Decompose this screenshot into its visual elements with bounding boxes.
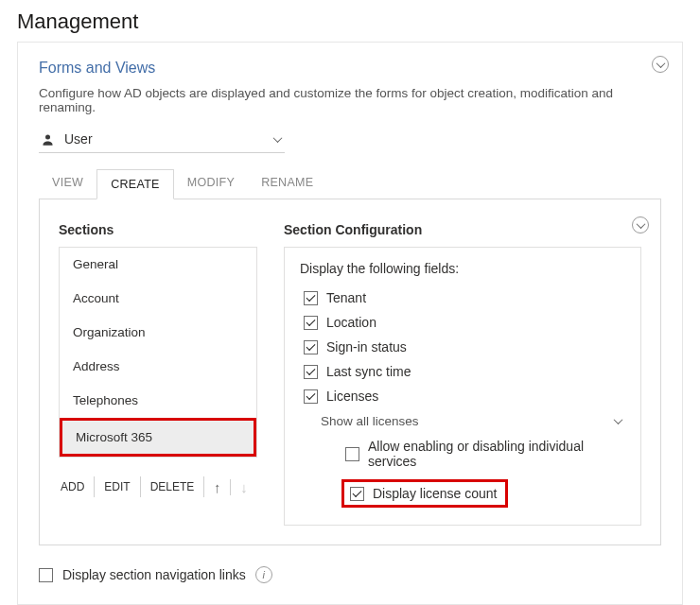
field-allow-individual-row: Allow enabling or disabling individual s…: [341, 434, 625, 474]
sections-column: Sections General Account Organization Ad…: [59, 222, 257, 526]
license-mode-select[interactable]: Show all licenses: [321, 408, 625, 434]
location-checkbox[interactable]: [304, 316, 318, 330]
field-display-count-row: Display license count: [346, 484, 501, 503]
signin-status-checkbox[interactable]: [304, 340, 318, 354]
tab-body: Sections General Account Organization Ad…: [39, 199, 661, 545]
tab-modify[interactable]: MODIFY: [174, 168, 248, 199]
object-type-value: User: [64, 131, 93, 147]
display-nav-links-checkbox[interactable]: [39, 568, 53, 582]
display-license-count-highlight: Display license count: [341, 479, 508, 508]
section-configuration-column: Section Configuration Display the follow…: [284, 222, 641, 526]
field-location-row: Location: [300, 310, 625, 335]
svg-point-0: [45, 134, 50, 139]
allow-individual-services-checkbox[interactable]: [345, 447, 359, 461]
display-fields-prompt: Display the following fields:: [300, 261, 625, 276]
collapse-panel-button[interactable]: [652, 56, 669, 73]
chevron-down-icon: [273, 133, 283, 143]
move-up-button[interactable]: ↑: [204, 479, 231, 495]
display-navigation-row: Display section navigation links i: [39, 566, 661, 583]
info-icon[interactable]: i: [255, 566, 272, 583]
form-tabs: VIEW CREATE MODIFY RENAME: [39, 168, 661, 199]
section-configuration-box: Display the following fields: Tenant Loc…: [284, 247, 641, 526]
add-section-button[interactable]: ADD: [59, 476, 95, 497]
field-lastsync-row: Last sync time: [300, 359, 625, 384]
tenant-label: Tenant: [326, 290, 366, 305]
field-licenses-row: Licenses: [300, 384, 625, 408]
licenses-checkbox[interactable]: [304, 389, 318, 404]
section-item-telephones[interactable]: Telephones: [60, 384, 256, 418]
collapse-config-button[interactable]: [632, 216, 649, 233]
forms-views-panel: Forms and Views Configure how AD objects…: [17, 42, 683, 605]
license-mode-value: Show all licenses: [321, 414, 419, 428]
delete-section-button[interactable]: DELETE: [141, 476, 205, 497]
tab-create[interactable]: CREATE: [96, 169, 174, 199]
sections-list: General Account Organization Address Tel…: [59, 247, 257, 458]
panel-description: Configure how AD objects are displayed a…: [39, 86, 661, 114]
panel-title: Forms and Views: [39, 60, 661, 77]
page-title: Management: [0, 0, 700, 42]
section-item-microsoft-365[interactable]: Microsoft 365: [60, 418, 256, 457]
section-item-general[interactable]: General: [60, 248, 256, 282]
edit-section-button[interactable]: EDIT: [95, 476, 140, 497]
sections-heading: Sections: [59, 222, 257, 237]
user-icon: [41, 132, 55, 147]
location-label: Location: [326, 315, 376, 330]
section-actions-toolbar: ADD EDIT DELETE ↑ ↓: [59, 476, 257, 497]
chevron-down-icon: [614, 415, 623, 424]
move-down-button: ↓: [231, 479, 257, 495]
tenant-checkbox[interactable]: [304, 291, 318, 305]
licenses-label: Licenses: [326, 389, 378, 404]
signin-status-label: Sign-in status: [326, 339, 407, 354]
display-nav-links-label: Display section navigation links: [62, 567, 246, 582]
last-sync-checkbox[interactable]: [304, 365, 318, 379]
section-item-address[interactable]: Address: [60, 350, 256, 384]
object-type-select[interactable]: User: [39, 130, 285, 153]
tab-view[interactable]: VIEW: [39, 168, 96, 199]
field-tenant-row: Tenant: [300, 285, 625, 310]
section-configuration-heading: Section Configuration: [284, 222, 641, 237]
chevron-down-icon: [656, 59, 665, 68]
tab-rename[interactable]: RENAME: [248, 168, 326, 199]
section-item-organization[interactable]: Organization: [60, 316, 256, 350]
allow-individual-services-label: Allow enabling or disabling individual s…: [368, 439, 625, 469]
last-sync-label: Last sync time: [326, 364, 411, 379]
display-license-count-label: Display license count: [373, 486, 498, 501]
field-signin-row: Sign-in status: [300, 335, 625, 359]
display-license-count-checkbox[interactable]: [350, 487, 364, 501]
chevron-down-icon: [636, 219, 645, 229]
section-item-account[interactable]: Account: [60, 282, 256, 316]
